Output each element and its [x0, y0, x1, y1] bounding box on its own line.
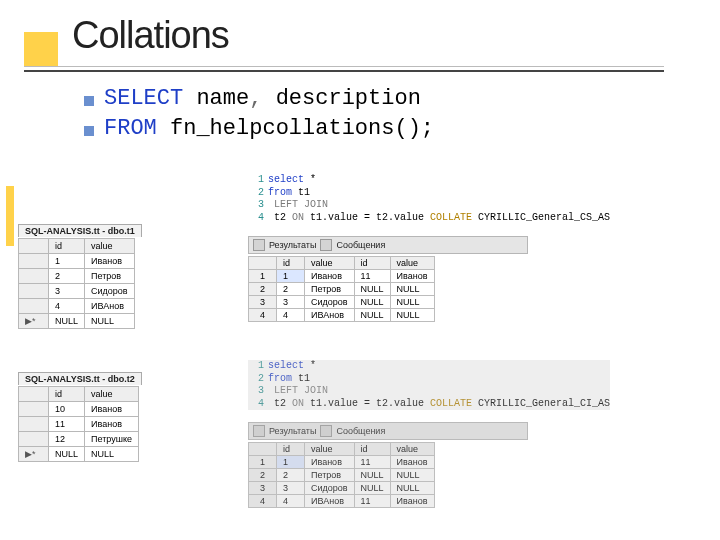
result-row[interactable]: 33СидоровNULLNULL — [249, 296, 435, 309]
table-row[interactable]: 4ИВАнов — [19, 299, 135, 314]
table-row[interactable]: ▶*NULLNULL — [19, 314, 135, 329]
keyword-select: SELECT — [104, 86, 183, 111]
tab-results[interactable]: Результаты — [269, 240, 316, 250]
table-t1: id value 1Иванов 2Петров 3Сидоров 4ИВАно… — [18, 238, 135, 329]
table-t2: id value 10Иванов 11Иванов 12Петрушке ▶*… — [18, 386, 139, 462]
tab-messages[interactable]: Сообщения — [336, 240, 385, 250]
col-id: id — [49, 387, 85, 402]
result-header: id value id value — [249, 257, 435, 270]
table-row[interactable]: 1Иванов — [19, 254, 135, 269]
title-block: Collations — [24, 14, 229, 57]
table-row[interactable]: 3Сидоров — [19, 284, 135, 299]
table-row[interactable]: 2Петров — [19, 269, 135, 284]
title-underline — [24, 66, 664, 67]
results-icon — [253, 425, 265, 437]
messages-icon — [320, 425, 332, 437]
result-row[interactable]: 33СидоровNULLNULL — [249, 482, 435, 495]
table-tab-t1[interactable]: SQL-ANALYSIS.tt - dbo.t1 — [18, 224, 142, 237]
table-header: id value — [19, 387, 139, 402]
result-tabs-2: Результаты Сообщения — [248, 422, 528, 440]
results-icon — [253, 239, 265, 251]
tab-messages[interactable]: Сообщения — [336, 426, 385, 436]
title-accent-square — [24, 32, 58, 66]
code-text: name — [183, 86, 249, 111]
result-row[interactable]: 11Иванов11Иванов — [249, 270, 435, 283]
bullet-icon — [84, 126, 94, 136]
code-text: fn_helpcollations(); — [157, 116, 434, 141]
bullet-icon — [84, 96, 94, 106]
table-header: id value — [19, 239, 135, 254]
result-grid-2: id value id value 11Иванов11Иванов 22Пет… — [248, 442, 435, 508]
result-row[interactable]: 44ИВАновNULLNULL — [249, 309, 435, 322]
result-grid-1: id value id value 11Иванов11Иванов 22Пет… — [248, 256, 435, 322]
result-row[interactable]: 22ПетровNULLNULL — [249, 469, 435, 482]
title-underline-dark — [24, 70, 664, 72]
col-value: value — [85, 387, 139, 402]
table-row[interactable]: ▶*NULLNULL — [19, 447, 139, 462]
content-accent-strip — [6, 186, 14, 246]
result-tabs-1: Результаты Сообщения — [248, 236, 528, 254]
col-value: value — [85, 239, 135, 254]
table-tab-t2[interactable]: SQL-ANALYSIS.tt - dbo.t2 — [18, 372, 142, 385]
sql-editor-1[interactable]: 1select * 2from t1 3 LEFT JOIN 4 t2 ON t… — [248, 174, 610, 224]
result-row[interactable]: 22ПетровNULLNULL — [249, 283, 435, 296]
result-header: id value id value — [249, 443, 435, 456]
table-row[interactable]: 12Петрушке — [19, 432, 139, 447]
keyword-from: FROM — [104, 116, 157, 141]
result-row[interactable]: 44ИВАнов11Иванов — [249, 495, 435, 508]
code-text: description — [262, 86, 420, 111]
sql-editor-2[interactable]: 1select * 2from t1 3 LEFT JOIN 4 t2 ON t… — [248, 360, 610, 410]
slide-title: Collations — [72, 14, 229, 57]
result-row[interactable]: 11Иванов11Иванов — [249, 456, 435, 469]
table-row[interactable]: 10Иванов — [19, 402, 139, 417]
tab-results[interactable]: Результаты — [269, 426, 316, 436]
sql-code: SELECT name, description FROM fn_helpcol… — [104, 84, 434, 143]
messages-icon — [320, 239, 332, 251]
punct: , — [249, 86, 262, 111]
table-row[interactable]: 11Иванов — [19, 417, 139, 432]
col-id: id — [49, 239, 85, 254]
